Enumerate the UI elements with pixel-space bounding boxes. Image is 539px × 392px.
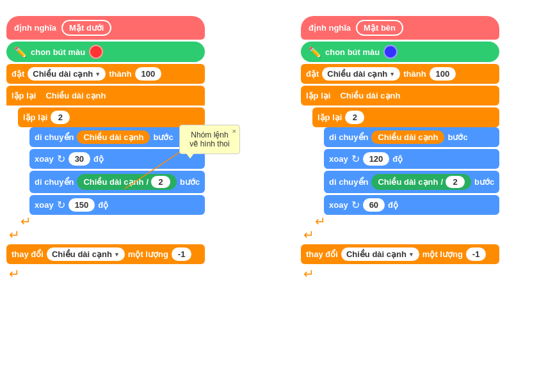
- right-pen-block[interactable]: ✏️ chon bút màu: [301, 42, 499, 62]
- right-pen-icon: ✏️: [309, 46, 321, 58]
- right-lapLai2-container: lặp lại 2 di chuyển Chiều dài cạnh bước …: [312, 107, 499, 228]
- tooltip-arrow: [186, 153, 194, 159]
- right-hat-block[interactable]: định nghĩa Mặt bên: [301, 16, 499, 40]
- left-xoay1-icon: ↻: [57, 153, 65, 165]
- left-lapLai1-block[interactable]: lặp lại Chiều dài cạnh: [6, 86, 205, 106]
- left-xoay2-label: xoay: [35, 200, 54, 210]
- left-thayDoi-arrow: ▼: [114, 251, 120, 258]
- left-dat-variable[interactable]: Chiều dài cạnh ▼: [28, 67, 106, 81]
- left-lapLai2-value[interactable]: 2: [51, 111, 70, 124]
- left-xoay2-value[interactable]: 150: [68, 198, 95, 212]
- left-inner-repeat-arrow: ↵: [18, 215, 205, 228]
- right-pen-color[interactable]: [383, 45, 398, 59]
- right-diChuyen2-value[interactable]: 2: [446, 176, 465, 188]
- right-thayDoi-value[interactable]: -1: [466, 247, 487, 261]
- right-lapLai2-block[interactable]: lặp lại 2: [312, 107, 499, 127]
- canvas: định nghĩa Mặt dưới ✏️ chon bút màu đặt …: [0, 0, 539, 392]
- right-dat-label: đặt: [306, 69, 319, 79]
- right-inner-repeat-arrow: ↵: [312, 215, 499, 228]
- left-pen-icon: ✏️: [14, 46, 27, 58]
- left-hat-label1: định nghĩa: [14, 23, 56, 33]
- right-diChuyen2-block[interactable]: di chuyển Chiều dài cạnh / 2 bước: [324, 171, 499, 193]
- left-diChuyen1-variable[interactable]: Chiều dài cạnh: [77, 130, 150, 144]
- left-pen-block[interactable]: ✏️ chon bút màu: [6, 42, 205, 62]
- tooltip-text: Nhóm lệnhvẽ hình thoi: [186, 130, 233, 148]
- left-hat-block[interactable]: định nghĩa Mặt dưới: [6, 16, 205, 40]
- left-dat-value[interactable]: 100: [135, 67, 162, 81]
- right-dat-variable[interactable]: Chiều dài cạnh ▼: [322, 67, 400, 81]
- left-lapLai1-variable[interactable]: Chiều dài cạnh: [39, 89, 112, 102]
- right-diChuyen1-block[interactable]: di chuyển Chiều dài cạnh bước: [324, 127, 499, 147]
- left-diChuyen1-buoc: bước: [153, 132, 173, 142]
- right-diChuyen2-buoc: bước: [474, 177, 494, 187]
- right-diChuyen1-label: di chuyển: [329, 132, 368, 142]
- right-xoay1-block[interactable]: xoay ↻ 120 độ: [324, 149, 499, 169]
- tooltip-box: × Nhóm lệnhvẽ hình thoi: [179, 125, 240, 154]
- left-lapLai2-block[interactable]: lặp lại 2: [18, 107, 205, 127]
- left-dat-thanh: thành: [109, 69, 131, 79]
- left-diChuyen2-buoc: bước: [180, 177, 200, 187]
- left-thayDoi-label: thay đổi: [12, 249, 44, 259]
- right-xoay2-value[interactable]: 60: [363, 198, 385, 212]
- right-thayDoi-block[interactable]: thay đổi Chiều dài cạnh ▼ một lượng -1: [301, 244, 499, 264]
- right-xoay1-icon: ↻: [351, 153, 360, 165]
- left-xoay1-value[interactable]: 30: [68, 152, 90, 166]
- left-thayDoi-value[interactable]: -1: [172, 247, 192, 261]
- left-thayDoi-motLuong: một lượng: [128, 249, 168, 259]
- left-lapLai1-label: lặp lại: [12, 91, 36, 100]
- left-diChuyen1-label: di chuyển: [35, 132, 74, 142]
- right-pen-label: chon bút màu: [325, 47, 380, 57]
- tooltip-close[interactable]: ×: [232, 127, 236, 135]
- left-xoay2-block[interactable]: xoay ↻ 150 độ: [29, 195, 205, 215]
- right-diChuyen1-variable[interactable]: Chiều dài cạnh: [371, 130, 444, 144]
- left-xoay2-do: độ: [98, 200, 108, 210]
- right-lapLai1-variable[interactable]: Chiều dài cạnh: [334, 89, 406, 102]
- right-inner-blocks: di chuyển Chiều dài cạnh bước xoay ↻ 120…: [324, 127, 499, 215]
- left-outer-repeat-arrow: ↵: [6, 228, 205, 241]
- left-bottom-arrow: ↵: [6, 266, 205, 281]
- left-lapLai2-label: lặp lại: [23, 113, 47, 122]
- right-diChuyen2-expr: Chiều dài cạnh / 2: [371, 174, 471, 190]
- left-block-group: định nghĩa Mặt dưới ✏️ chon bút màu đặt …: [6, 16, 205, 281]
- right-diChuyen2-label: di chuyển: [329, 177, 368, 187]
- right-lapLai1-label: lặp lại: [306, 91, 330, 100]
- right-xoay2-label: xoay: [329, 200, 348, 210]
- right-lapLai1-block[interactable]: lặp lại Chiều dài cạnh: [301, 86, 499, 106]
- right-thayDoi-variable[interactable]: Chiều dài cạnh ▼: [341, 247, 419, 261]
- right-hat-label2: Mặt bên: [356, 20, 403, 36]
- right-thayDoi-arrow: ▼: [408, 251, 414, 258]
- right-dat-arrow: ▼: [389, 71, 395, 77]
- right-outer-repeat-arrow: ↵: [301, 228, 499, 241]
- right-block-group: định nghĩa Mặt bên ✏️ chon bút màu đặt C…: [301, 16, 499, 281]
- right-thayDoi-motLuong: một lượng: [422, 249, 463, 259]
- right-lapLai2-value[interactable]: 2: [345, 111, 364, 124]
- left-diChuyen2-value[interactable]: 2: [151, 176, 170, 188]
- left-xoay2-icon: ↻: [57, 199, 65, 211]
- left-thayDoi-block[interactable]: thay đổi Chiều dài cạnh ▼ một lượng -1: [6, 244, 205, 264]
- right-xoay2-do: độ: [388, 200, 398, 210]
- left-dat-arrow: ▼: [95, 71, 101, 77]
- left-diChuyen2-block[interactable]: di chuyển Chiều dài cạnh / 2 bước: [29, 171, 205, 193]
- left-thayDoi-variable[interactable]: Chiều dài cạnh ▼: [47, 247, 125, 261]
- left-hat-label2: Mặt dưới: [61, 20, 111, 36]
- right-xoay1-do: độ: [392, 154, 403, 164]
- left-xoay1-label: xoay: [35, 154, 54, 164]
- right-xoay2-icon: ↻: [351, 199, 360, 211]
- left-lapLai2-container: lặp lại 2 di chuyển Chiều dài cạnh bước …: [18, 107, 205, 228]
- right-lapLai2-label: lặp lại: [318, 113, 342, 122]
- right-xoay1-value[interactable]: 120: [363, 152, 390, 166]
- right-hat-label1: định nghĩa: [309, 23, 351, 33]
- right-xoay1-label: xoay: [329, 154, 348, 164]
- right-bottom-arrow: ↵: [301, 266, 499, 281]
- left-pen-color[interactable]: [89, 45, 103, 59]
- right-thayDoi-label: thay đổi: [306, 249, 338, 259]
- left-diChuyen2-expr: Chiều dài cạnh / 2: [77, 174, 177, 190]
- right-diChuyen1-buoc: bước: [447, 132, 467, 142]
- left-xoay1-do: độ: [93, 154, 104, 164]
- left-diChuyen2-label: di chuyển: [35, 177, 74, 187]
- right-dat-thanh: thành: [403, 69, 426, 79]
- right-dat-value[interactable]: 100: [430, 67, 456, 81]
- left-dat-block[interactable]: đặt Chiều dài cạnh ▼ thành 100: [6, 64, 205, 84]
- right-dat-block[interactable]: đặt Chiều dài cạnh ▼ thành 100: [301, 64, 499, 84]
- right-xoay2-block[interactable]: xoay ↻ 60 độ: [324, 195, 499, 215]
